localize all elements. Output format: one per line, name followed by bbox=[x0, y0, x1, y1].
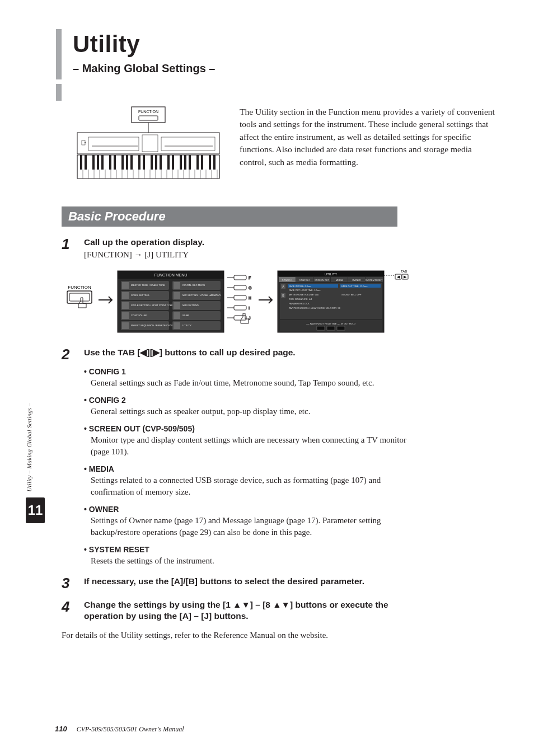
bullet-screen-out-desc: Monitor type and display content setting… bbox=[91, 434, 420, 458]
tab-label-text: TAB bbox=[401, 270, 407, 273]
util-field-4: SOUND: BELL OFF bbox=[341, 293, 362, 296]
section-title: Basic Procedure bbox=[68, 209, 166, 224]
bullet-owner-label: • OWNER bbox=[84, 505, 420, 514]
utility-tab-4: OWNER bbox=[352, 279, 360, 281]
svg-rect-28 bbox=[155, 155, 157, 170]
util-field-3: METRONOME VOLUME: 100 bbox=[289, 293, 319, 296]
bullet-config1-label: • CONFIG 1 bbox=[84, 367, 420, 376]
bullet-media-label: • MEDIA bbox=[84, 464, 420, 473]
svg-rect-65 bbox=[69, 293, 90, 301]
step-1: 1 Call up the operation display. [FUNCTI… bbox=[62, 237, 420, 338]
utility-tab-0: CONFIG 1 bbox=[282, 279, 293, 281]
step-3-title: If necessary, use the [A]/[B] buttons to… bbox=[84, 576, 420, 587]
bullet-system-reset-desc: Resets the settings of the instrument. bbox=[91, 555, 420, 567]
svg-rect-120 bbox=[327, 326, 335, 330]
utility-tab-5: SYSTEM RESET bbox=[366, 279, 383, 281]
svg-rect-101 bbox=[234, 316, 246, 320]
svg-rect-35 bbox=[196, 155, 199, 170]
menu-item-right-0: DIGITAL REC MENU bbox=[182, 284, 205, 287]
device-illustration: FUNCTION bbox=[73, 106, 224, 184]
side-tab-label: Utility – Making Global Settings – bbox=[26, 403, 32, 492]
bullet-screen-out-label: • SCREEN OUT (CVP-509/505) bbox=[84, 424, 420, 433]
bullet-screen-out: • SCREEN OUT (CVP-509/505) Monitor type … bbox=[84, 424, 420, 458]
svg-rect-75 bbox=[122, 312, 129, 319]
svg-rect-31 bbox=[172, 155, 174, 170]
step-2-number: 2 bbox=[62, 347, 75, 361]
menu-item-right-3: WLAN bbox=[182, 314, 189, 317]
menu-item-left-1: SONG SETTING bbox=[131, 294, 149, 297]
page-number: 110 bbox=[55, 725, 67, 733]
svg-rect-19 bbox=[101, 155, 104, 170]
manual-name: CVP-509/505/503/501 Owner's Manual bbox=[77, 725, 184, 733]
svg-rect-17 bbox=[92, 155, 95, 170]
svg-rect-71 bbox=[122, 292, 129, 299]
svg-rect-30 bbox=[167, 155, 170, 170]
svg-rect-87 bbox=[174, 322, 180, 329]
utility-title: UTILITY bbox=[325, 273, 337, 276]
svg-rect-121 bbox=[337, 326, 345, 330]
bullet-media-desc: Settings related to a connected USB stor… bbox=[91, 475, 420, 498]
svg-rect-95 bbox=[234, 295, 246, 300]
svg-rect-64 bbox=[67, 291, 92, 303]
svg-rect-92 bbox=[234, 285, 246, 290]
bullet-owner: • OWNER Settings of Owner name (page 17)… bbox=[84, 505, 420, 538]
chapter-number-box: 11 bbox=[26, 497, 45, 523]
svg-text:G: G bbox=[249, 286, 251, 290]
function-button-label: FUNCTION bbox=[68, 285, 91, 290]
svg-rect-25 bbox=[138, 155, 140, 170]
util-field-5: TIME SIGNATURE: 4/4 bbox=[289, 298, 312, 300]
utility-tab-3: MEDIA bbox=[336, 279, 343, 281]
utility-tab-1: CONFIG 2 bbox=[299, 279, 311, 281]
svg-text:H: H bbox=[249, 296, 251, 300]
svg-rect-77 bbox=[122, 322, 129, 329]
svg-text:F: F bbox=[249, 276, 251, 280]
page-spine-bottom bbox=[56, 84, 62, 101]
menu-item-right-4: UTILITY bbox=[182, 324, 191, 327]
bullet-config1-desc: General settings such as Fade in/out tim… bbox=[91, 377, 420, 389]
step-4-title: Change the settings by using the [1 ▲▼] … bbox=[84, 599, 420, 622]
step-4-number: 4 bbox=[62, 599, 75, 614]
svg-rect-32 bbox=[180, 155, 182, 170]
svg-rect-21 bbox=[114, 155, 116, 170]
util-field-2: FADE OUT HOLD TIME: 1.0sec bbox=[289, 289, 321, 292]
bullet-system-reset: • SYSTEM RESET Resets the settings of th… bbox=[84, 545, 420, 567]
svg-rect-16 bbox=[85, 155, 87, 170]
bullet-media: • MEDIA Settings related to a connected … bbox=[84, 464, 420, 498]
svg-rect-34 bbox=[189, 155, 191, 170]
function-callout-label: FUNCTION bbox=[138, 110, 158, 114]
bullet-system-reset-label: • SYSTEM RESET bbox=[84, 545, 420, 554]
svg-rect-33 bbox=[184, 155, 186, 170]
step-1-number: 1 bbox=[62, 237, 75, 251]
svg-rect-15 bbox=[80, 155, 82, 170]
utility-tab-2: SCREEN OUT bbox=[315, 279, 330, 281]
svg-text:▶: ▶ bbox=[404, 275, 407, 279]
page-footer: 110 CVP-509/505/503/501 Owner's Manual bbox=[55, 725, 184, 734]
bullet-owner-desc: Settings of Owner name (page 17) and Mes… bbox=[91, 515, 420, 538]
svg-rect-36 bbox=[201, 155, 203, 170]
step-3: 3 If necessary, use the [A]/[B] buttons … bbox=[62, 576, 420, 590]
svg-rect-69 bbox=[122, 282, 129, 289]
svg-rect-20 bbox=[109, 155, 111, 170]
menu-item-right-1: MIC SETTING / VOCAL HARMONY bbox=[182, 294, 221, 297]
svg-rect-23 bbox=[126, 155, 128, 170]
step-1-title: Call up the operation display. bbox=[84, 237, 420, 248]
menu-item-left-3: CONTROLLER bbox=[131, 314, 147, 317]
svg-rect-18 bbox=[97, 155, 99, 170]
step-3-number: 3 bbox=[62, 576, 75, 590]
svg-rect-81 bbox=[174, 292, 180, 299]
menu-item-right-2: MIDI SETTING bbox=[182, 304, 199, 307]
step-2: 2 Use the TAB [◀][▶] buttons to call up … bbox=[62, 347, 420, 567]
page-subtitle: – Making Global Settings – bbox=[73, 62, 500, 75]
svg-rect-22 bbox=[121, 155, 124, 170]
svg-point-9 bbox=[85, 142, 86, 143]
svg-text:J: J bbox=[249, 316, 251, 320]
svg-text:I: I bbox=[249, 306, 250, 310]
svg-rect-83 bbox=[174, 302, 180, 309]
menu-item-left-0: MASTER TUNE / SCALE TUNE bbox=[131, 284, 165, 287]
bullet-config2-label: • CONFIG 2 bbox=[84, 396, 420, 405]
step-4: 4 Change the settings by using the [1 ▲▼… bbox=[62, 599, 420, 622]
svg-rect-98 bbox=[234, 306, 246, 310]
svg-rect-85 bbox=[174, 312, 180, 319]
util-footer: ---- FADE IN/OUT HOLD TIME ---- IN OUT H… bbox=[306, 322, 355, 325]
svg-text:◀: ◀ bbox=[397, 275, 400, 279]
